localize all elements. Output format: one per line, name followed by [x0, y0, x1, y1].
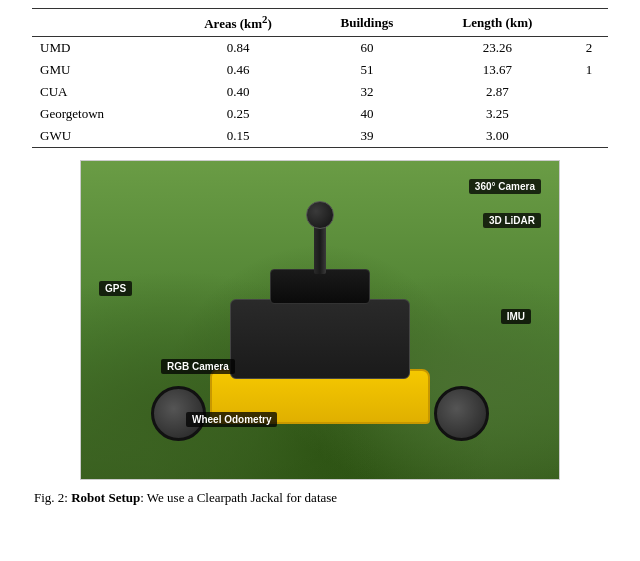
robot-wheel-right — [434, 386, 489, 441]
row-name: UMD — [32, 37, 167, 60]
data-table: Areas (km2) Buildings Length (km) UMD 0.… — [32, 8, 608, 148]
figure-caption: Fig. 2: Robot Setup: We use a Clearpath … — [32, 488, 608, 508]
annotation-wheel-odometry: Wheel Odometry — [186, 412, 277, 427]
row-length: 2.87 — [425, 81, 570, 103]
row-area: 0.84 — [167, 37, 308, 60]
table-row: GMU 0.46 51 13.67 1 — [32, 59, 608, 81]
table-row: CUA 0.40 32 2.87 — [32, 81, 608, 103]
robot-pole-mast — [314, 224, 326, 274]
row-name: Georgetown — [32, 103, 167, 125]
robot-camera-sphere — [306, 201, 334, 229]
row-length: 23.26 — [425, 37, 570, 60]
caption-bold-text: Robot Setup — [71, 490, 140, 505]
col-header-extra — [570, 9, 608, 37]
table-section: Areas (km2) Buildings Length (km) UMD 0.… — [32, 0, 608, 148]
table-row: UMD 0.84 60 23.26 2 — [32, 37, 608, 60]
robot-main-body — [230, 299, 410, 379]
robot-image: 360° Camera 3D LiDAR GPS IMU RGB Camera … — [80, 160, 560, 480]
row-extra: 2 — [570, 37, 608, 60]
annotation-rgb-camera: RGB Camera — [161, 359, 235, 374]
row-name: CUA — [32, 81, 167, 103]
row-area: 0.15 — [167, 125, 308, 148]
row-name: GWU — [32, 125, 167, 148]
annotation-3d-lidar: 3D LiDAR — [483, 213, 541, 228]
row-extra — [570, 81, 608, 103]
annotation-360-camera: 360° Camera — [469, 179, 541, 194]
col-header-name — [32, 9, 167, 37]
row-buildings: 60 — [309, 37, 425, 60]
row-extra — [570, 103, 608, 125]
row-length: 3.00 — [425, 125, 570, 148]
col-header-buildings: Buildings — [309, 9, 425, 37]
row-area: 0.46 — [167, 59, 308, 81]
caption-text: : We use a Clearpath Jackal for datase — [140, 490, 337, 505]
row-area: 0.40 — [167, 81, 308, 103]
row-buildings: 39 — [309, 125, 425, 148]
annotation-imu: IMU — [501, 309, 531, 324]
row-extra — [570, 125, 608, 148]
table-row: Georgetown 0.25 40 3.25 — [32, 103, 608, 125]
row-buildings: 32 — [309, 81, 425, 103]
table-row: GWU 0.15 39 3.00 — [32, 125, 608, 148]
row-area: 0.25 — [167, 103, 308, 125]
annotation-gps: GPS — [99, 281, 132, 296]
image-section: 360° Camera 3D LiDAR GPS IMU RGB Camera … — [32, 160, 608, 480]
page-wrapper: Areas (km2) Buildings Length (km) UMD 0.… — [0, 0, 640, 508]
row-buildings: 51 — [309, 59, 425, 81]
row-name: GMU — [32, 59, 167, 81]
row-length: 3.25 — [425, 103, 570, 125]
row-buildings: 40 — [309, 103, 425, 125]
row-length: 13.67 — [425, 59, 570, 81]
col-header-length: Length (km) — [425, 9, 570, 37]
robot-top-mount — [270, 269, 370, 304]
col-header-areas: Areas (km2) — [167, 9, 308, 37]
caption-label: Fig. 2: — [34, 490, 68, 505]
row-extra: 1 — [570, 59, 608, 81]
